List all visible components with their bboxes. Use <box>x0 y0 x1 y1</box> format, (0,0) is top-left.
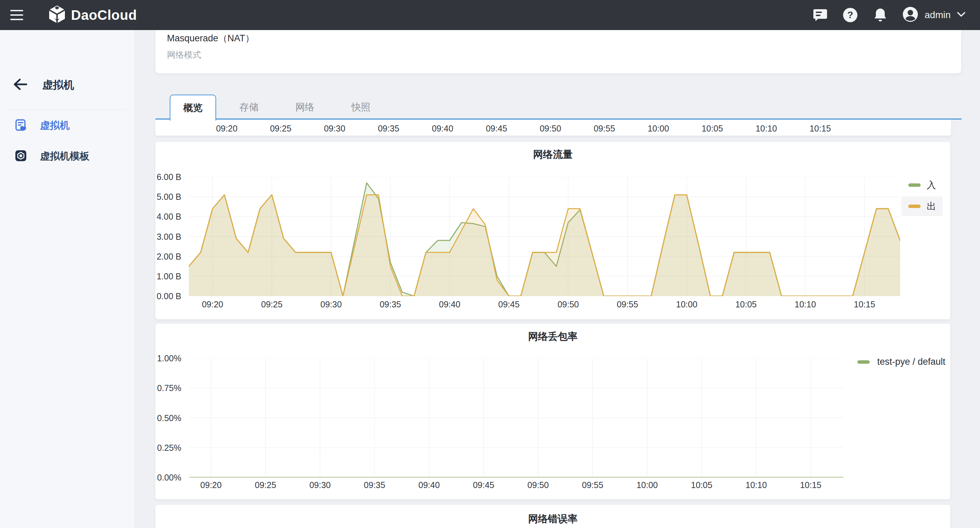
top-bar: DaoCloud ? <box>0 0 980 30</box>
x-axis: 09:2009:2509:3009:3509:4009:4509:5009:55… <box>189 480 843 492</box>
x-tick-label: 10:10 <box>795 299 816 309</box>
bell-icon[interactable] <box>872 7 888 23</box>
legend-swatch <box>858 360 870 364</box>
y-tick-label: 5.00 B <box>157 192 181 202</box>
avatar-icon <box>902 6 918 24</box>
help-icon[interactable]: ? <box>842 7 858 23</box>
x-tick-label: 09:55 <box>582 480 603 490</box>
y-tick-label: 0.25% <box>157 443 181 453</box>
tab-bar: 概览 存储 网络 快照 <box>155 89 962 119</box>
network-mode-value: Masquerade（NAT） <box>167 32 255 45</box>
x-tick-label: 09:50 <box>558 299 579 309</box>
back-button[interactable] <box>13 78 27 92</box>
x-axis: 09:2009:2509:3009:3509:4009:4509:5009:55… <box>189 299 900 311</box>
y-tick-label: 0.00% <box>157 473 181 483</box>
x-tick-label: 09:25 <box>270 124 292 134</box>
partial-chart-axis-card: 09:2009:2509:3009:3509:4009:4509:5009:55… <box>155 119 951 135</box>
x-tick-label: 09:25 <box>255 480 276 490</box>
x-tick-label: 09:40 <box>418 480 440 490</box>
chart-title: 网络丢包率 <box>155 330 950 344</box>
y-tick-label: 0.00 B <box>157 291 181 301</box>
x-tick-label: 10:05 <box>735 299 757 309</box>
x-tick-label: 09:20 <box>202 299 223 309</box>
chart-title: 网络错误率 <box>155 512 950 526</box>
tab-overview[interactable]: 概览 <box>170 95 216 121</box>
y-tick-label: 3.00 B <box>157 232 181 242</box>
daocloud-logo-icon <box>48 5 65 25</box>
sidebar: 虚拟机 虚拟机 <box>0 30 135 528</box>
network-traffic-plot <box>189 177 900 296</box>
x-tick-label: 09:35 <box>364 480 385 490</box>
network-error-chart-card: 网络错误率 <box>155 505 950 528</box>
tab-snapshot[interactable]: 快照 <box>338 95 384 119</box>
legend-swatch <box>908 183 921 187</box>
x-tick-label: 09:50 <box>540 124 562 134</box>
x-tick-label: 09:30 <box>309 480 331 490</box>
network-traffic-chart-card: 网络流量 入 出 6.00 B5.00 B4.00 B3.00 B2.00 B1… <box>155 142 950 319</box>
x-tick-label: 10:00 <box>636 480 658 490</box>
x-tick-label: 09:20 <box>200 480 222 490</box>
sidebar-title: 虚拟机 <box>42 78 74 92</box>
hamburger-menu-icon[interactable] <box>10 6 29 24</box>
y-tick-label: 0.50% <box>157 413 181 423</box>
x-tick-label: 09:30 <box>324 124 345 134</box>
topbar-actions: ? admin <box>812 6 966 24</box>
sidebar-item-vm[interactable]: 虚拟机 <box>0 116 135 135</box>
legend-swatch <box>908 205 921 208</box>
x-tick-label: 09:35 <box>380 299 401 309</box>
x-tick-label: 10:10 <box>756 124 777 134</box>
tab-network[interactable]: 网络 <box>282 95 328 119</box>
x-tick-label: 09:35 <box>378 124 399 134</box>
sidebar-item-label: 虚拟机 <box>40 119 70 132</box>
x-tick-label: 09:50 <box>528 480 549 490</box>
y-axis: 1.00%0.75%0.50%0.25%0.00% <box>155 358 185 477</box>
x-tick-label: 10:15 <box>810 124 831 134</box>
network-mode-label: 网络模式 <box>167 49 201 60</box>
daocloud-logo: DaoCloud <box>48 5 137 25</box>
y-tick-label: 1.00% <box>157 353 181 363</box>
x-tick-label: 10:05 <box>702 124 723 134</box>
chat-icon[interactable] <box>812 7 828 23</box>
vm-icon <box>15 119 27 132</box>
x-tick-label: 09:30 <box>320 299 342 309</box>
x-tick-label: 10:00 <box>676 299 698 309</box>
packet-loss-plot <box>189 358 843 477</box>
vm-template-icon <box>15 149 27 163</box>
legend-label: 出 <box>927 200 936 212</box>
network-mode-card: Masquerade（NAT） 网络模式 <box>155 30 961 73</box>
x-tick-label: 10:15 <box>800 480 822 490</box>
x-tick-label: 09:45 <box>486 124 508 134</box>
x-tick-label: 09:45 <box>498 299 520 309</box>
packet-loss-chart-card: 网络丢包率 test-pye / default 1.00%0.75%0.50%… <box>155 324 950 499</box>
y-tick-label: 1.00 B <box>157 271 181 281</box>
legend-label: 入 <box>927 179 936 191</box>
y-tick-label: 0.75% <box>157 383 181 393</box>
chart-legend[interactable]: test-pye / default <box>858 356 945 367</box>
chart-legend: 入 出 <box>902 175 943 216</box>
x-tick-label: 09:55 <box>594 124 615 134</box>
page: DaoCloud ? <box>0 0 980 528</box>
x-tick-label: 10:15 <box>854 299 875 309</box>
user-name: admin <box>925 10 951 21</box>
x-tick-label: 10:05 <box>691 480 713 490</box>
logo-text: DaoCloud <box>71 8 137 23</box>
sidebar-item-label: 虚拟机模板 <box>40 149 89 163</box>
x-tick-label: 09:45 <box>473 480 495 490</box>
user-menu[interactable]: admin <box>902 6 966 24</box>
divider <box>9 109 126 110</box>
x-tick-label: 09:25 <box>261 299 283 309</box>
x-tick-label: 10:00 <box>648 124 669 134</box>
svg-text:?: ? <box>847 10 853 20</box>
legend-label: test-pye / default <box>877 356 945 367</box>
x-tick-label: 09:40 <box>439 299 460 309</box>
y-tick-label: 6.00 B <box>157 172 181 182</box>
sidebar-item-vm-template[interactable]: 虚拟机模板 <box>0 146 135 166</box>
y-axis: 6.00 B5.00 B4.00 B3.00 B2.00 B1.00 B0.00… <box>155 177 185 296</box>
x-tick-label: 09:55 <box>617 299 638 309</box>
y-tick-label: 4.00 B <box>157 212 181 222</box>
tab-storage[interactable]: 存储 <box>226 95 272 119</box>
x-tick-label: 10:10 <box>745 480 767 490</box>
y-tick-label: 2.00 B <box>157 251 181 261</box>
legend-item-out[interactable]: 出 <box>902 196 943 216</box>
legend-item-in[interactable]: 入 <box>902 175 943 195</box>
